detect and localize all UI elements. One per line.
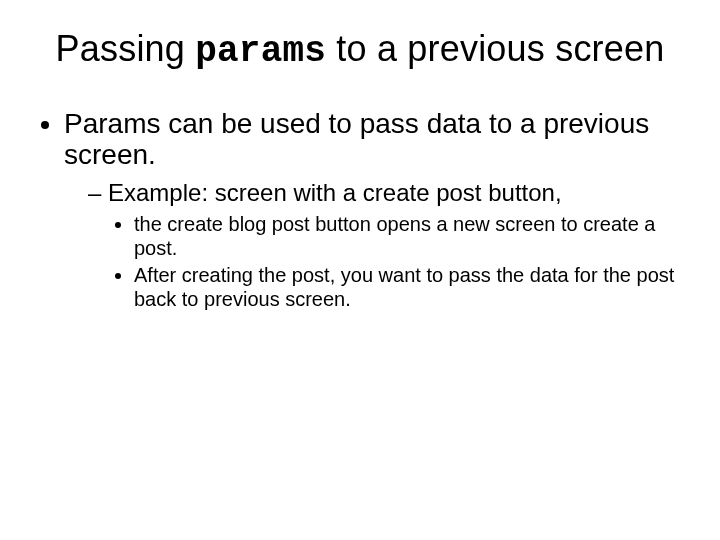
slide-title: Passing params to a previous screen [30, 28, 690, 72]
slide: Passing params to a previous screen Para… [0, 0, 720, 540]
bullet-list-level3: the create blog post button opens a new … [88, 213, 690, 311]
bullet-text: After creating the post, you want to pas… [134, 264, 674, 310]
bullet-list-level1: Params can be used to pass data to a pre… [30, 108, 690, 311]
bullet-list-level2: Example: screen with a create post butto… [64, 179, 690, 312]
list-item: Params can be used to pass data to a pre… [64, 108, 690, 311]
list-item: Example: screen with a create post butto… [88, 179, 690, 312]
bullet-text: Example: screen with a create post butto… [108, 179, 562, 206]
bullet-text: Params can be used to pass data to a pre… [64, 108, 649, 170]
title-post: to a previous screen [326, 28, 664, 69]
bullet-text: the create blog post button opens a new … [134, 213, 655, 259]
list-item: the create blog post button opens a new … [134, 213, 690, 260]
title-pre: Passing [56, 28, 196, 69]
list-item: After creating the post, you want to pas… [134, 264, 690, 311]
title-code: params [195, 31, 326, 72]
